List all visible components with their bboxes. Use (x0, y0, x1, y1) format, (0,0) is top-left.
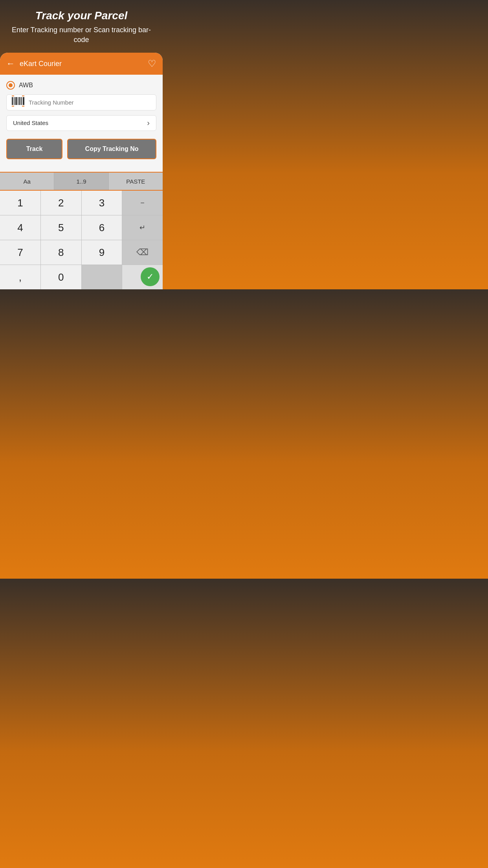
checkmark-icon: ✓ (147, 272, 154, 282)
key-hyphen[interactable]: − (122, 191, 163, 215)
copy-tracking-button[interactable]: Copy Tracking No (67, 139, 156, 159)
key-empty (82, 265, 122, 289)
form-content: AWB United S (0, 75, 163, 172)
keyboard-keys: 1 2 3 − 4 5 6 ↵ 7 8 9 ⌫ , 0 ✓ (0, 191, 163, 289)
radio-inner (9, 83, 13, 87)
barcode-icon (11, 96, 25, 109)
svg-rect-7 (12, 96, 14, 96)
tab-paste[interactable]: PASTE (109, 173, 163, 190)
svg-rect-5 (21, 97, 22, 105)
key-3[interactable]: 3 (82, 191, 122, 215)
svg-rect-1 (14, 97, 15, 105)
svg-rect-10 (22, 106, 24, 107)
key-return[interactable]: ↵ (122, 215, 163, 240)
track-button[interactable]: Track (6, 139, 62, 159)
awb-radio[interactable] (6, 81, 15, 90)
awb-row: AWB (6, 81, 156, 90)
key-8[interactable]: 8 (41, 240, 81, 265)
app-bar-title: eKart Courier (20, 60, 62, 68)
key-2[interactable]: 2 (41, 191, 81, 215)
app-bar: ← eKart Courier ♡ (0, 53, 163, 75)
chevron-right-icon: › (147, 118, 150, 127)
favorite-button[interactable]: ♡ (148, 58, 156, 69)
app-bar-left: ← eKart Courier (6, 59, 62, 69)
country-selector[interactable]: United States › (6, 115, 156, 131)
key-6[interactable]: 6 (82, 215, 122, 240)
action-buttons: Track Copy Tracking No (6, 139, 156, 159)
tracking-input[interactable] (29, 99, 151, 106)
keyboard-container: Aa 1..9 PASTE 1 2 3 − 4 5 6 ↵ 7 8 9 ⌫ , … (0, 172, 163, 289)
key-done-cell: ✓ (122, 265, 163, 289)
country-name: United States (13, 120, 48, 126)
key-5[interactable]: 5 (41, 215, 81, 240)
key-9[interactable]: 9 (82, 240, 122, 265)
tab-alpha[interactable]: Aa (0, 173, 54, 190)
tracking-input-container[interactable] (6, 94, 156, 110)
key-comma[interactable]: , (0, 265, 40, 289)
key-4[interactable]: 4 (0, 215, 40, 240)
svg-rect-3 (18, 97, 18, 105)
svg-rect-2 (15, 97, 17, 105)
svg-rect-4 (19, 97, 20, 105)
header-section: Track your Parcel Enter Tracking number … (0, 0, 163, 53)
svg-rect-0 (12, 97, 13, 105)
header-subtitle: Enter Tracking number or Scan tracking b… (6, 25, 156, 45)
key-0[interactable]: 0 (41, 265, 81, 289)
key-7[interactable]: 7 (0, 240, 40, 265)
key-backspace[interactable]: ⌫ (122, 240, 163, 265)
key-1[interactable]: 1 (0, 191, 40, 215)
header-title: Track your Parcel (6, 9, 156, 22)
back-button[interactable]: ← (6, 59, 15, 69)
backspace-icon: ⌫ (136, 247, 149, 257)
key-done-button[interactable]: ✓ (141, 267, 160, 286)
svg-rect-6 (23, 97, 24, 105)
svg-rect-8 (12, 106, 14, 107)
awb-label: AWB (19, 82, 33, 89)
tab-numeric[interactable]: 1..9 (54, 173, 108, 190)
keyboard-tabs: Aa 1..9 PASTE (0, 173, 163, 191)
svg-rect-9 (22, 96, 24, 96)
main-card: ← eKart Courier ♡ AWB (0, 53, 163, 289)
